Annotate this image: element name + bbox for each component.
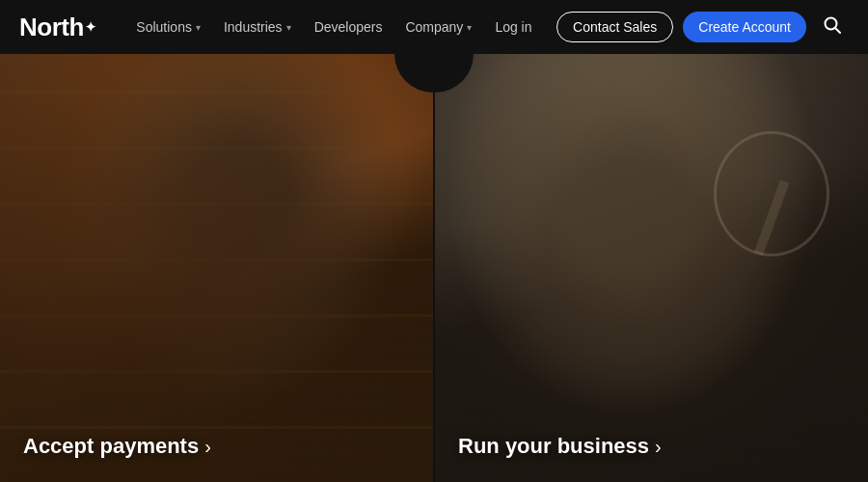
chevron-down-icon: ▾ (286, 22, 291, 33)
card-label-arrow: › (204, 436, 211, 458)
card-label: Accept payments › (23, 434, 211, 459)
nav-developers[interactable]: Developers (305, 12, 393, 42)
svg-line-1 (835, 28, 840, 33)
nav-company[interactable]: Company ▾ (395, 12, 481, 42)
hero-card-accept-payments[interactable]: Accept payments › (0, 54, 433, 482)
nav-industries[interactable]: Industries ▾ (214, 12, 301, 42)
hero-card-run-business[interactable]: Run your business › (435, 54, 868, 482)
hero-grid: Accept payments › Run your business › (0, 54, 868, 482)
logo-text: North (19, 13, 84, 42)
bike-wheel (714, 131, 829, 256)
nav-login[interactable]: Log in (485, 12, 541, 42)
card-label-text: Accept payments (23, 434, 199, 459)
create-account-button[interactable]: Create Account (683, 12, 806, 42)
chevron-down-icon: ▾ (196, 22, 201, 33)
contact-sales-button[interactable]: Contact Sales (556, 12, 673, 42)
texture-overlay (0, 54, 433, 482)
nav-solutions[interactable]: Solutions ▾ (126, 12, 210, 42)
search-icon (824, 16, 841, 39)
texture-overlay (435, 54, 868, 482)
logo[interactable]: North✦ (19, 13, 95, 42)
nav-links: Solutions ▾ Industries ▾ Developers Comp… (126, 12, 556, 42)
search-button[interactable] (816, 13, 849, 42)
navbar: North✦ Solutions ▾ Industries ▾ Develope… (0, 0, 868, 54)
logo-star: ✦ (85, 19, 96, 35)
card-label: Run your business › (458, 434, 662, 459)
chevron-down-icon: ▾ (467, 22, 472, 33)
card-label-text: Run your business (458, 434, 649, 459)
nav-actions: Contact Sales Create Account (556, 12, 849, 42)
card-label-arrow: › (655, 436, 662, 458)
